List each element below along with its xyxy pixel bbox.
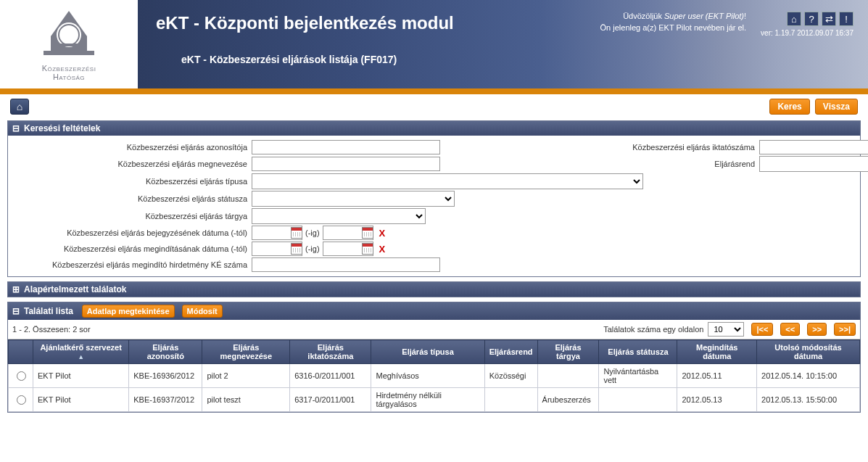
- results-range: 1 - 2. Összesen: 2 sor: [12, 325, 91, 334]
- view-button[interactable]: Adatlap megtekintése: [82, 305, 175, 318]
- svg-rect-0: [44, 51, 94, 55]
- default-results-title: Alapértelmezett találatok: [24, 284, 126, 294]
- col-start-date[interactable]: Megindítás dátuma: [677, 340, 757, 364]
- col-proc-type[interactable]: Eljárás típusa: [371, 340, 484, 364]
- select-proc-status[interactable]: [252, 191, 455, 207]
- results-header: ⊟ Találati lista Adatlap megtekintése Mó…: [8, 302, 860, 320]
- logo-text-2: Hatóság: [0, 73, 138, 81]
- edit-button[interactable]: Módosít: [182, 305, 223, 318]
- pager: Találatok száma egy oldalon 10 |<< << >>…: [603, 322, 856, 337]
- cell-status: Nyilvántartásba vett: [599, 364, 677, 388]
- cell-proc-type: Meghívásos: [371, 364, 484, 388]
- col-proc-id[interactable]: Eljárás azonosító: [129, 340, 202, 364]
- help-icon[interactable]: ?: [804, 12, 819, 26]
- cell-regime: Közösségi: [484, 364, 537, 388]
- input-proc-name[interactable]: [252, 157, 440, 171]
- results-meta-bar: 1 - 2. Összesen: 2 sor Találatok száma e…: [8, 320, 860, 339]
- cell-start-date: 2012.05.13: [677, 388, 757, 412]
- col-regime[interactable]: Eljárásrend: [484, 340, 537, 364]
- select-regime[interactable]: [759, 156, 868, 172]
- page-subtitle: eKT - Közbeszerzési eljárások listája (F…: [181, 54, 850, 65]
- home-icon[interactable]: ⌂: [787, 12, 801, 26]
- header-right: Üdvözöljük Super user (EKT Pilot)! Ön je…: [600, 12, 853, 37]
- calendar-icon[interactable]: [291, 243, 302, 255]
- home-button[interactable]: ⌂: [10, 99, 29, 115]
- logo-area: Közbeszerzési Hatóság: [0, 0, 138, 88]
- table-row[interactable]: EKT PilotKBE-16936/2012pilot 26316-0/201…: [9, 364, 860, 388]
- alert-icon[interactable]: !: [839, 12, 853, 26]
- expand-icon[interactable]: ⊞: [12, 284, 20, 294]
- input-proc-ref[interactable]: [759, 140, 868, 154]
- welcome-text: Üdvözöljük Super user (EKT Pilot)!: [600, 12, 747, 20]
- version-text: ver: 1.19.7 2012.09.07 16:37: [761, 29, 853, 37]
- col-proc-ref[interactable]: Eljárás iktatószáma: [290, 340, 371, 364]
- cell-proc-ref: 6317-0/2011/001: [290, 388, 371, 412]
- cell-proc-name: pilot 2: [202, 364, 290, 388]
- cell-regime: [484, 388, 537, 412]
- pager-last[interactable]: >>|: [834, 323, 856, 336]
- search-button[interactable]: Keres: [769, 99, 809, 115]
- transfer-icon[interactable]: ⇄: [822, 12, 836, 26]
- search-panel-title: Keresési feltételek: [24, 123, 100, 133]
- lbl-proc-id: Közbeszerzési eljárás azonosítója: [12, 141, 252, 153]
- action-bar: ⌂ Keres Vissza: [7, 94, 861, 116]
- cell-proc-name: pilot teszt: [202, 388, 290, 412]
- col-org[interactable]: Ajánlatkérő szervezet: [33, 340, 129, 364]
- lbl-proc-subject: Közbeszerzési eljárás tárgya: [12, 210, 252, 222]
- select-proc-subject[interactable]: [252, 208, 426, 224]
- default-results-panel: ⊞ Alapértelmezett találatok: [7, 281, 861, 297]
- lbl-ke-number: Közbeszerzési eljárás megindító hirdetmé…: [12, 259, 252, 271]
- lbl-date-reg-from: Közbeszerzési eljárás bejegyzésének dátu…: [12, 227, 252, 239]
- header-content: eKT - Központi bejelentkezés modul eKT -…: [138, 0, 868, 88]
- authority-logo-icon: [40, 7, 98, 58]
- pager-next[interactable]: >>: [807, 323, 827, 336]
- page-size-select[interactable]: 10: [708, 322, 744, 337]
- calendar-icon[interactable]: [362, 227, 373, 239]
- cell-proc-id: KBE-16937/2012: [129, 388, 202, 412]
- cell-mod-date: 2012.05.13. 15:50:00: [757, 388, 860, 412]
- cell-subject: [537, 364, 599, 388]
- results-body: 1 - 2. Összesen: 2 sor Találatok száma e…: [8, 320, 860, 412]
- calendar-icon[interactable]: [362, 243, 373, 255]
- table-row[interactable]: EKT PilotKBE-16937/2012pilot teszt6317-0…: [9, 388, 860, 412]
- row-select-radio[interactable]: [17, 395, 26, 405]
- row-select-radio[interactable]: [17, 371, 26, 381]
- cell-org: EKT Pilot: [33, 388, 129, 412]
- col-status[interactable]: Eljárás státusza: [599, 340, 677, 364]
- collapse-icon[interactable]: ⊟: [12, 306, 20, 316]
- welcome-suffix: !: [744, 12, 746, 20]
- cell-mod-date: 2012.05.14. 10:15:00: [757, 364, 860, 388]
- cell-subject: Árubeszerzés: [537, 388, 599, 412]
- acting-as-text: Ön jelenleg a(z) EKT Pilot nevében jár e…: [600, 23, 747, 32]
- clear-date-icon[interactable]: X: [376, 228, 389, 239]
- back-button[interactable]: Vissza: [815, 99, 858, 115]
- col-mod-date[interactable]: Utolsó módosítás dátuma: [757, 340, 860, 364]
- input-ke-number[interactable]: [252, 257, 440, 272]
- svg-rect-2: [59, 44, 78, 46]
- col-select: [9, 340, 33, 364]
- default-results-header: ⊞ Alapértelmezett találatok: [8, 282, 860, 297]
- collapse-icon[interactable]: ⊟: [12, 123, 20, 133]
- cell-org: EKT Pilot: [33, 364, 129, 388]
- col-proc-name[interactable]: Eljárás megnevezése: [202, 340, 290, 364]
- welcome-user: Super user (EKT Pilot): [664, 12, 744, 20]
- results-panel: ⊟ Találati lista Adatlap megtekintése Mó…: [7, 302, 861, 413]
- svg-point-1: [57, 22, 81, 47]
- pager-first[interactable]: |<<: [751, 323, 773, 336]
- lbl-to-2: (-ig): [305, 244, 320, 253]
- results-title: Találati lista: [24, 306, 73, 316]
- calendar-icon[interactable]: [291, 227, 302, 239]
- pager-prev[interactable]: <<: [780, 323, 800, 336]
- col-subject[interactable]: Eljárás tárgya: [537, 340, 599, 364]
- logo-text-1: Közbeszerzési: [0, 64, 138, 73]
- lbl-proc-name: Közbeszerzési eljárás megnevezése: [12, 158, 252, 170]
- cell-proc-id: KBE-16936/2012: [129, 364, 202, 388]
- clear-date-icon[interactable]: X: [376, 244, 389, 255]
- lbl-regime: Eljárásrend: [614, 158, 759, 170]
- page-size-label: Találatok száma egy oldalon: [603, 325, 703, 334]
- header-bar: Közbeszerzési Hatóság eKT - Központi bej…: [0, 0, 868, 94]
- select-proc-type[interactable]: [252, 173, 643, 189]
- lbl-proc-status: Közbeszerzési eljárás státusza: [12, 193, 252, 205]
- input-proc-id[interactable]: [252, 140, 440, 154]
- lbl-proc-type: Közbeszerzési eljárás típusa: [12, 176, 252, 187]
